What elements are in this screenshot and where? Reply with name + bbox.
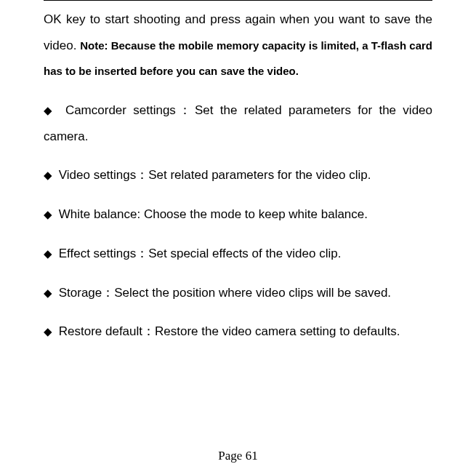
diamond-icon: ◆ xyxy=(44,208,52,220)
page-number: Page 61 xyxy=(0,449,476,463)
bullet-text: Storage：Select the position where video … xyxy=(59,286,391,300)
bullet-text: White balance: Choose the mode to keep w… xyxy=(59,207,368,221)
bullet-text: Effect settings：Set special effects of t… xyxy=(59,247,342,260)
bullet-item: ◆ Effect settings：Set special effects of… xyxy=(44,241,432,267)
bullet-text: Restore default：Restore the video camera… xyxy=(59,324,400,338)
bullet-item: ◆ Restore default：Restore the video came… xyxy=(44,319,432,345)
diamond-icon: ◆ xyxy=(44,325,52,337)
diamond-icon: ◆ xyxy=(44,104,56,116)
diamond-icon: ◆ xyxy=(44,287,52,299)
bullet-item: ◆ Storage：Select the position where vide… xyxy=(44,280,432,306)
diamond-icon: ◆ xyxy=(44,169,52,181)
diamond-icon: ◆ xyxy=(44,247,52,260)
intro-paragraph: OK key to start shooting and press again… xyxy=(44,7,432,84)
bullet-text: Video settings：Set related parameters fo… xyxy=(59,168,371,182)
bullet-item: ◆ Video settings：Set related parameters … xyxy=(44,162,432,188)
document-page: OK key to start shooting and press again… xyxy=(44,0,432,345)
bullet-text: Camcorder settings：Set the related param… xyxy=(44,103,432,143)
bullet-item: ◆ Camcorder settings：Set the related par… xyxy=(44,97,432,149)
intro-note: Note: Because the mobile memory capacity… xyxy=(44,39,432,78)
bullet-item: ◆ White balance: Choose the mode to keep… xyxy=(44,201,432,228)
